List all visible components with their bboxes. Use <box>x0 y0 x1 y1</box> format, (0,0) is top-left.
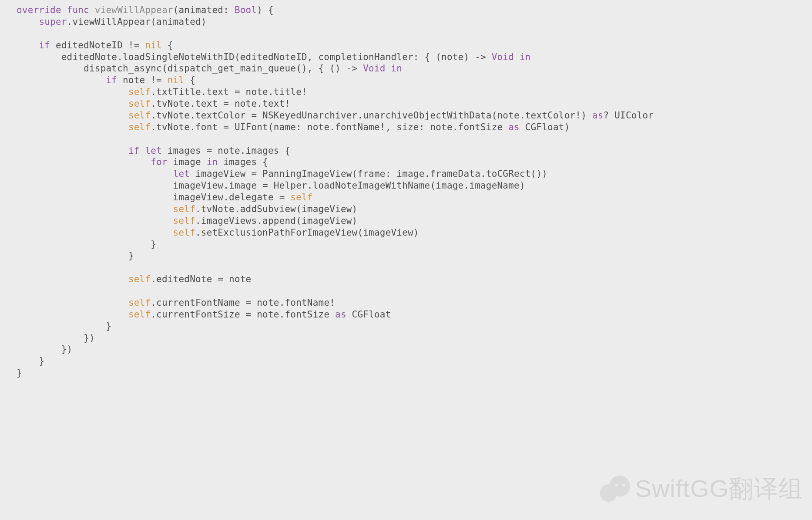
code-line: }) <box>17 344 72 355</box>
code-line: override func viewWillAppear(animated: B… <box>17 5 274 15</box>
code-line: if let images = note.images { <box>17 145 290 156</box>
code-line: super.viewWillAppear(animated) <box>17 17 207 27</box>
code-line: editedNote.loadSingleNoteWithID(editedNo… <box>17 52 531 62</box>
code-line: self.tvNote.text = note.text! <box>17 98 290 109</box>
code-line: }) <box>17 333 95 343</box>
code-line: self.editedNote = note <box>17 274 251 284</box>
code-line: imageView.image = Helper.loadNoteImageWi… <box>17 180 525 191</box>
code-line: imageView.delegate = self <box>17 192 313 203</box>
code-line: self.tvNote.addSubview(imageView) <box>17 204 357 214</box>
code-line: if editedNoteID != nil { <box>17 40 173 51</box>
code-line: } <box>17 356 44 366</box>
code-line: self.currentFontName = note.fontName! <box>17 297 335 308</box>
code-line: self.setExclusionPathForImageView(imageV… <box>17 227 419 238</box>
code-line: } <box>17 368 22 378</box>
code-block: override func viewWillAppear(animated: B… <box>0 0 812 383</box>
code-line: self.currentFontSize = note.fontSize as … <box>17 309 391 320</box>
code-line: dispatch_async(dispatch_get_main_queue()… <box>17 63 402 74</box>
code-line: self.tvNote.font = UIFont(name: note.fon… <box>17 122 570 132</box>
code-line: let imageView = PanningImageView(frame: … <box>17 169 547 179</box>
wechat-icon <box>600 474 629 503</box>
code-line: self.imageViews.append(imageView) <box>17 216 357 226</box>
code-line: } <box>17 250 134 261</box>
watermark-text: SwiftGG翻译组 <box>635 473 803 504</box>
code-line: } <box>17 321 111 331</box>
code-line: self.txtTitle.text = note.title! <box>17 87 307 97</box>
code-line: for image in images { <box>17 157 268 167</box>
code-line: } <box>17 239 156 250</box>
code-line: if note != nil { <box>17 75 195 85</box>
code-line: self.tvNote.textColor = NSKeyedUnarchive… <box>17 110 654 121</box>
watermark: SwiftGG翻译组 <box>600 473 803 504</box>
